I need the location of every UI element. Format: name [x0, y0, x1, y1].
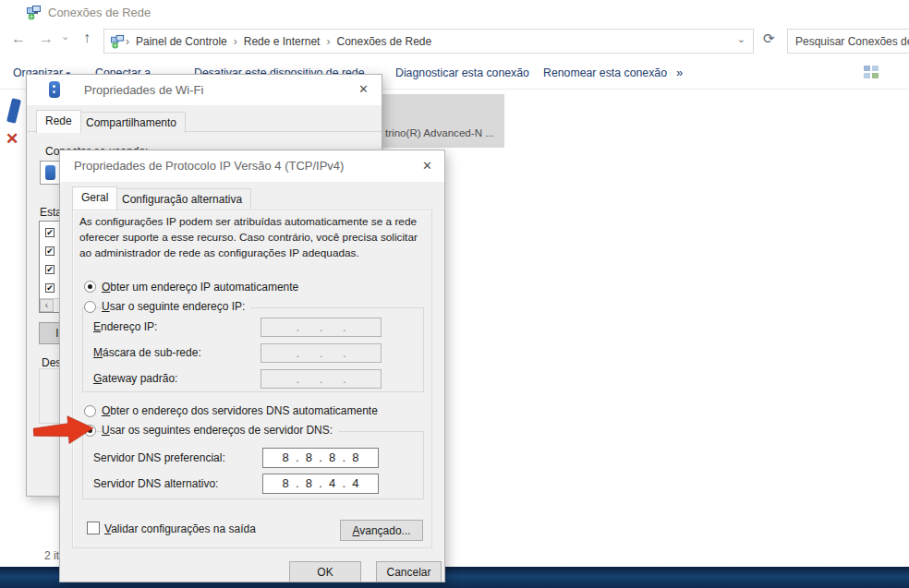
default-gateway-label: Gateway padrão:: [93, 372, 177, 385]
radio-manual-ip[interactable]: [84, 301, 96, 313]
item-checkbox[interactable]: ✔: [45, 228, 55, 237]
search-box[interactable]: [787, 29, 909, 54]
preferred-dns-field[interactable]: 8 . 8 . 8 . 8: [262, 448, 379, 468]
wifi-dialog-titlebar[interactable]: Propriedades de Wi-Fi ✕: [27, 75, 382, 105]
radio-auto-ip[interactable]: [84, 281, 96, 293]
radio-auto-ip-label[interactable]: Obter um endereço IP automaticamente: [102, 281, 298, 294]
radio-manual-ip-label[interactable]: Usar o seguinte endereço IP:: [102, 300, 250, 313]
back-icon[interactable]: ←: [11, 31, 26, 46]
breadcrumb-network-internet[interactable]: Rede e Internet: [237, 35, 327, 48]
default-gateway-field[interactable]: . . .: [261, 369, 382, 389]
tab-geral[interactable]: Geral: [72, 186, 117, 210]
intro-line: As configurações IP podem ser atribuídas…: [79, 214, 418, 230]
address-dropdown-chevron-icon[interactable]: ⌄: [737, 33, 745, 45]
subnet-mask-label: Máscara de sub-rede:: [93, 346, 201, 359]
recent-pages-chevron-icon[interactable]: ⌄: [61, 29, 69, 43]
wifi-dialog-title: Propriedades de Wi-Fi: [84, 83, 203, 97]
address-location-icon: [110, 34, 126, 49]
refresh-icon[interactable]: ⟳: [763, 30, 775, 47]
intro-line: ao administrador de rede as configuraçõe…: [79, 246, 418, 261]
disabled-red-x-icon: ✕: [6, 129, 18, 149]
item-checkbox[interactable]: ✔: [45, 265, 55, 274]
ipv4-dialog-title: Propriedades de Protocolo IP Versão 4 (T…: [74, 159, 344, 173]
window-title: Conexões de Rede: [48, 6, 151, 19]
diagnose-connection-button[interactable]: Diagnosticar esta conexão: [395, 66, 529, 79]
tab-compartilhamento[interactable]: Compartilhamento: [77, 112, 186, 133]
ipv4-dialog-titlebar[interactable]: Propriedades de Protocolo IP Versão 4 (T…: [60, 150, 444, 182]
validate-checkbox-label[interactable]: Validar configurações na saída: [104, 522, 256, 535]
wifi-adapter-tile[interactable]: trino(R) Advanced-N ...: [382, 94, 504, 148]
view-tiles-icon[interactable]: [863, 64, 879, 80]
advanced-button[interactable]: Avançado...: [340, 520, 423, 541]
wifi-adapter-tile-label: trino(R) Advanced-N ...: [385, 126, 494, 138]
alternate-dns-label: Servidor DNS alternativo:: [93, 477, 218, 490]
ok-button[interactable]: OK: [289, 561, 361, 582]
ethernet-adapter-icon[interactable]: [6, 98, 21, 124]
network-connections-icon: [26, 5, 42, 20]
ipv4-properties-dialog: Propriedades de Protocolo IP Versão 4 (T…: [59, 150, 445, 582]
up-icon[interactable]: ↑: [83, 30, 91, 45]
ipv4-dialog-close-icon[interactable]: ✕: [422, 159, 432, 173]
tab-rede[interactable]: Rede: [36, 110, 81, 133]
forward-icon[interactable]: →: [39, 31, 54, 46]
ip-address-label: Endereço IP:: [93, 320, 157, 333]
cancel-button[interactable]: Cancelar: [376, 561, 442, 582]
adapter-icon: [45, 165, 55, 180]
breadcrumb-network-connections[interactable]: Conexões de Rede: [330, 35, 438, 48]
red-annotation-arrow: [32, 413, 95, 450]
subnet-mask-field[interactable]: . . .: [261, 343, 382, 363]
validate-checkbox[interactable]: [87, 522, 100, 534]
intro-line: oferecer suporte a esse recurso. Caso co…: [79, 230, 418, 246]
search-input[interactable]: [788, 30, 909, 53]
ip-address-field[interactable]: . . .: [261, 318, 382, 337]
alternate-dns-field[interactable]: 8 . 8 . 4 . 4: [262, 474, 379, 494]
wifi-adapter-icon: [49, 81, 60, 98]
radio-manual-dns-label[interactable]: Usar os seguintes endereços de servidor …: [102, 424, 338, 437]
radio-auto-dns-label[interactable]: Obter o endereço dos servidores DNS auto…: [102, 404, 378, 417]
screen: Conexões de Rede ← → ⌄ ↑ › Painel de Con…: [0, 0, 909, 588]
more-commands-button[interactable]: »: [676, 66, 683, 79]
item-checkbox[interactable]: ✔: [45, 246, 55, 256]
item-checkbox[interactable]: ✔: [45, 283, 55, 293]
wifi-dialog-close-icon[interactable]: ✕: [358, 82, 369, 96]
tab-configuracao-alternativa[interactable]: Configuração alternativa: [113, 188, 251, 210]
address-bar[interactable]: › Painel de Controle › Rede e Internet ›…: [103, 29, 754, 54]
scroll-left-icon[interactable]: ‹: [40, 299, 54, 312]
preferred-dns-label: Servidor DNS preferencial:: [93, 451, 225, 464]
breadcrumb-control-panel[interactable]: Painel de Controle: [129, 35, 234, 48]
intro-paragraph: As configurações IP podem ser atribuídas…: [79, 214, 418, 261]
rename-connection-button[interactable]: Renomear esta conexão: [543, 66, 667, 79]
